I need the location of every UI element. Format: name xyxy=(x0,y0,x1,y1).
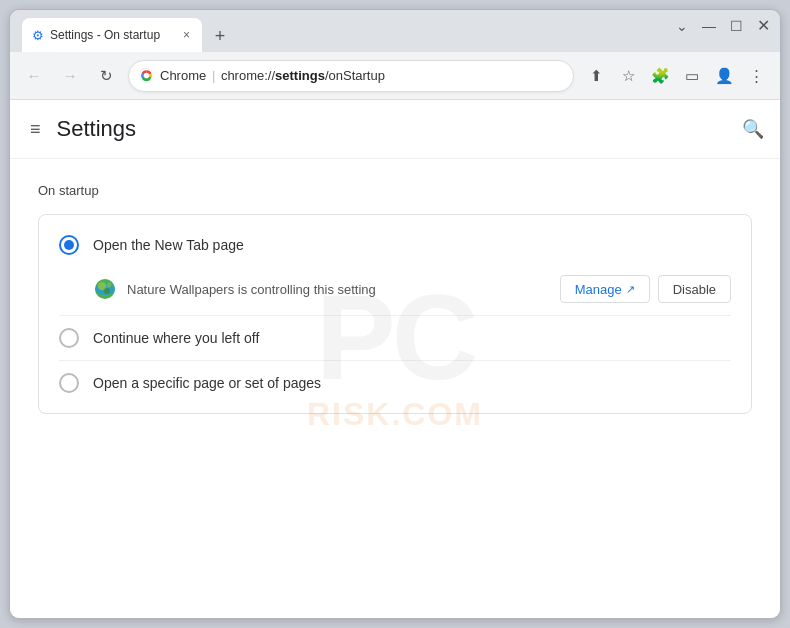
hamburger-menu-icon[interactable]: ≡ xyxy=(30,119,41,140)
address-separator: | xyxy=(212,68,219,83)
section-title: On startup xyxy=(38,183,752,198)
close-button[interactable]: ✕ xyxy=(757,18,770,34)
external-link-icon: ↗ xyxy=(626,283,635,296)
address-url-suffix: /onStartup xyxy=(325,68,385,83)
manage-label: Manage xyxy=(575,282,622,297)
extension-icon xyxy=(93,277,117,301)
option-new-tab[interactable]: Open the New Tab page xyxy=(39,223,751,267)
address-brand: Chrome xyxy=(160,68,206,83)
nav-actions: ⬆ ☆ 🧩 ▭ 👤 ⋮ xyxy=(582,62,770,90)
address-text: Chrome | chrome://settings/onStartup xyxy=(160,68,385,83)
disable-button[interactable]: Disable xyxy=(658,275,731,303)
maximize-button[interactable]: ☐ xyxy=(730,19,743,33)
forward-button[interactable]: → xyxy=(56,62,84,90)
menu-button[interactable]: ⋮ xyxy=(742,62,770,90)
browser-window: ⚙ Settings - On startup × + ⌄ — ☐ ✕ ← → … xyxy=(9,9,781,619)
page-title: Settings xyxy=(57,116,137,142)
profile-button[interactable]: 👤 xyxy=(710,62,738,90)
manage-button[interactable]: Manage ↗ xyxy=(560,275,650,303)
option-specific[interactable]: Open a specific page or set of pages xyxy=(39,361,751,405)
address-url-bold: settings xyxy=(275,68,325,83)
address-bar[interactable]: Chrome | chrome://settings/onStartup xyxy=(128,60,574,92)
svg-point-5 xyxy=(98,282,106,290)
back-button[interactable]: ← xyxy=(20,62,48,90)
bookmark-button[interactable]: ☆ xyxy=(614,62,642,90)
new-tab-button[interactable]: + xyxy=(208,24,232,48)
option-label-specific: Open a specific page or set of pages xyxy=(93,375,321,391)
option-label-continue: Continue where you left off xyxy=(93,330,259,346)
extension-row: Nature Wallpapers is controlling this se… xyxy=(39,267,751,315)
radio-continue[interactable] xyxy=(59,328,79,348)
sidebar-button[interactable]: ▭ xyxy=(678,62,706,90)
title-bar: ⚙ Settings - On startup × + ⌄ — ☐ ✕ xyxy=(10,10,780,52)
disable-label: Disable xyxy=(673,282,716,297)
tab-favicon: ⚙ xyxy=(32,28,44,43)
option-continue[interactable]: Continue where you left off xyxy=(39,316,751,360)
active-tab[interactable]: ⚙ Settings - On startup × xyxy=(22,18,202,52)
extensions-button[interactable]: 🧩 xyxy=(646,62,674,90)
radio-new-tab[interactable] xyxy=(59,235,79,255)
chrome-icon xyxy=(139,68,154,83)
reload-button[interactable]: ↻ xyxy=(92,62,120,90)
extension-text: Nature Wallpapers is controlling this se… xyxy=(127,282,550,297)
svg-point-6 xyxy=(104,288,110,294)
option-label-new-tab: Open the New Tab page xyxy=(93,237,244,253)
extension-actions: Manage ↗ Disable xyxy=(560,275,731,303)
tab-close-button[interactable]: × xyxy=(181,26,192,44)
settings-header: ≡ Settings 🔍 xyxy=(10,100,780,159)
window-controls: ⌄ — ☐ ✕ xyxy=(676,18,770,34)
startup-options-card: Open the New Tab page Nature Wallpapers … xyxy=(38,214,752,414)
page: PC RISK.COM ≡ Settings 🔍 On startup Open… xyxy=(10,100,780,618)
svg-point-7 xyxy=(107,283,112,288)
radio-specific[interactable] xyxy=(59,373,79,393)
search-icon[interactable]: 🔍 xyxy=(742,118,764,140)
tab-title: Settings - On startup xyxy=(50,28,175,42)
page-content: On startup Open the New Tab page xyxy=(10,159,780,438)
svg-point-2 xyxy=(144,73,150,79)
address-url-prefix: chrome:// xyxy=(221,68,275,83)
chevron-icon[interactable]: ⌄ xyxy=(676,19,688,33)
radio-inner-new-tab xyxy=(64,240,74,250)
minimize-button[interactable]: — xyxy=(702,19,716,33)
tab-strip: ⚙ Settings - On startup × + xyxy=(18,10,232,52)
navbar: ← → ↻ Chrome | chrome://settings/onStart… xyxy=(10,52,780,100)
share-button[interactable]: ⬆ xyxy=(582,62,610,90)
